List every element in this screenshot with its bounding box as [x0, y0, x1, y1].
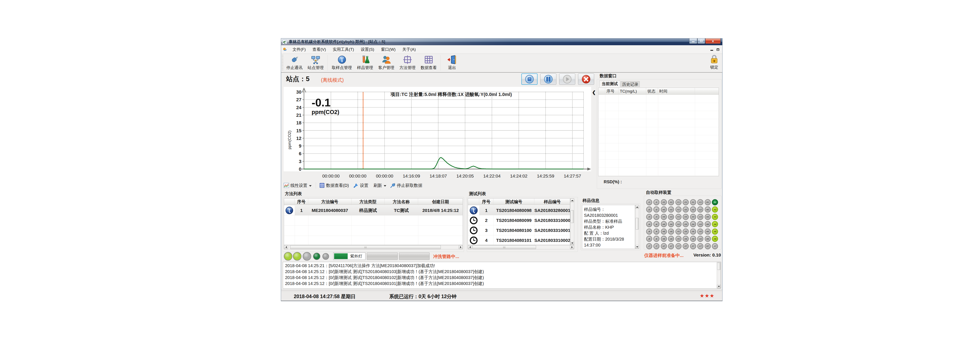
- table-row[interactable]: 1ME201804080037样品测试TC测试2018/4/8 14:25:12: [284, 205, 463, 216]
- column-header[interactable]: 测试编号: [493, 198, 535, 205]
- data-window-column-header[interactable]: 序号: [605, 88, 619, 95]
- restore-button[interactable]: [697, 38, 705, 44]
- pause-button[interactable]: [540, 74, 557, 85]
- autosampler-position-D4[interactable]: D4: [690, 221, 696, 227]
- stop-fetch-button[interactable]: 停止获取数据: [390, 182, 422, 188]
- autosampler-position-F4[interactable]: F4: [675, 221, 681, 227]
- toolbar-button-sampling-point-mgmt[interactable]: i 取样点管理: [329, 54, 355, 70]
- toolbar-button-method-mgmt[interactable]: 方法管理: [397, 54, 418, 70]
- autosampler-position-E2[interactable]: E2: [682, 206, 689, 213]
- data-view-button[interactable]: 数据查看(D): [319, 182, 349, 188]
- toolbar-button-exit[interactable]: 退出: [442, 54, 462, 70]
- table-row[interactable]: 2TS201804080099SA201803310000: [468, 215, 570, 225]
- autosampler-position-A3[interactable]: A3: [712, 214, 718, 220]
- log-area[interactable]: 2018-04-08 14:25:21：[5/02411706]方法操作 方法[…: [283, 262, 721, 289]
- test-list-table[interactable]: 序号测试编号样品编号1TS201804080098SA2018032800012…: [468, 198, 570, 245]
- title-bar[interactable]: 泰林总有机碳分析系统软件[zt(ybyh)-郑州] - [站点：5] x: [281, 38, 722, 45]
- scroll-down-arrow[interactable]: [717, 285, 721, 288]
- scroll-thumb[interactable]: [473, 245, 536, 249]
- table-row[interactable]: 3TS201804080100SA201803310001: [468, 225, 570, 235]
- autosampler-position-C5[interactable]: C5: [697, 229, 703, 235]
- scroll-right-arrow[interactable]: [458, 245, 463, 249]
- autosampler-position-E5[interactable]: E5: [682, 229, 689, 235]
- autosampler-position-I1[interactable]: I1: [653, 199, 660, 205]
- autosampler-position-F1[interactable]: F1: [675, 199, 681, 205]
- autosampler-position-B5[interactable]: B5: [705, 229, 711, 235]
- autosampler-position-I5[interactable]: I5: [653, 229, 660, 235]
- scroll-thumb[interactable]: [717, 263, 721, 270]
- column-header[interactable]: 序号: [479, 198, 493, 205]
- log-vscrollbar[interactable]: [717, 262, 721, 288]
- autosampler-position-G6[interactable]: G6: [668, 236, 674, 242]
- scroll-left-arrow[interactable]: [468, 245, 472, 249]
- autosampler-position-G4[interactable]: G4: [668, 221, 674, 227]
- autosampler-position-D2[interactable]: D2: [690, 206, 696, 213]
- scroll-track[interactable]: [472, 245, 570, 249]
- cancel-button[interactable]: [578, 74, 594, 85]
- stop-button[interactable]: [522, 74, 538, 85]
- play-button[interactable]: [559, 74, 575, 85]
- autosampler-position-A7[interactable]: A7: [712, 243, 718, 249]
- autosampler-position-G2[interactable]: G2: [668, 206, 674, 213]
- autosampler-position-A5[interactable]: A5: [712, 229, 718, 235]
- data-window-column-header[interactable]: TC(mg/L): [619, 88, 646, 95]
- scroll-right-arrow[interactable]: [570, 245, 574, 249]
- column-header[interactable]: 方法编号: [308, 198, 352, 205]
- autosampler-position-B1[interactable]: B1: [705, 199, 711, 205]
- scroll-up-arrow[interactable]: [635, 205, 639, 209]
- autosampler-position-F2[interactable]: F2: [675, 206, 681, 213]
- chart-area[interactable]: 03691215182124273000:00:0000:00:0000:00:…: [283, 87, 591, 180]
- autosampler-position-A6[interactable]: A6: [712, 236, 718, 242]
- autosampler-position-H1[interactable]: H1: [661, 199, 667, 205]
- autosampler-position-C1[interactable]: C1: [697, 199, 703, 205]
- autosampler-position-G3[interactable]: G3: [668, 214, 674, 220]
- autosampler-position-D1[interactable]: D1: [690, 199, 696, 205]
- menu-about[interactable]: 关于(A): [399, 45, 419, 53]
- autosampler-position-F7[interactable]: F7: [675, 243, 681, 249]
- autosampler-position-G5[interactable]: G5: [668, 229, 674, 235]
- autosampler-position-C3[interactable]: C3: [697, 214, 703, 220]
- autosampler-position-H4[interactable]: H4: [661, 221, 667, 227]
- method-list-table[interactable]: 序号方法编号方法类型方法名称创建日期1ME201804080037样品测试TC测…: [284, 198, 463, 245]
- table-row[interactable]: 4TS201804080101SA201803310002: [468, 235, 570, 245]
- close-button[interactable]: x: [705, 38, 721, 44]
- autosampler-position-C6[interactable]: C6: [697, 236, 703, 242]
- autosampler-position-E6[interactable]: E6: [682, 236, 689, 242]
- toolbar-button-data-view[interactable]: 数据查看: [418, 54, 439, 70]
- mdi-restore-icon[interactable]: [716, 48, 719, 51]
- menu-file[interactable]: 文件(F): [289, 45, 309, 53]
- toolbar-button-stop-comms[interactable]: 停止通讯: [284, 54, 305, 70]
- autosampler-position-D5[interactable]: D5: [690, 229, 696, 235]
- autosampler-position-C4[interactable]: C4: [697, 221, 703, 227]
- autosampler-position-E1[interactable]: E1: [682, 199, 689, 205]
- linear-settings-button[interactable]: 线性设置: [283, 182, 313, 188]
- toolbar-button-customer-mgmt[interactable]: 客户管理: [375, 54, 397, 70]
- scroll-thumb[interactable]: [571, 210, 574, 223]
- scroll-down-arrow[interactable]: [635, 245, 639, 249]
- autosampler-position-C7[interactable]: C7: [697, 243, 703, 249]
- collapse-panel-arrow[interactable]: ❮: [592, 90, 596, 94]
- menu-window[interactable]: 窗口(W): [377, 45, 399, 53]
- test-list-vscrollbar[interactable]: [570, 198, 574, 245]
- autosampler-position-J3[interactable]: J3: [646, 214, 652, 220]
- minimize-button[interactable]: [689, 38, 697, 44]
- method-list-hscrollbar[interactable]: [284, 245, 463, 249]
- autosampler-position-A2[interactable]: A2: [712, 206, 718, 213]
- autosampler-position-D6[interactable]: D6: [690, 236, 696, 242]
- autosampler-position-I2[interactable]: I2: [653, 206, 660, 213]
- autosampler-position-G7[interactable]: G7: [668, 243, 674, 249]
- toolbar-button-lock[interactable]: 锁定: [710, 54, 719, 70]
- autosampler-position-H5[interactable]: H5: [661, 229, 667, 235]
- autosampler-position-B6[interactable]: B6: [705, 236, 711, 242]
- scroll-down-arrow[interactable]: [570, 241, 574, 245]
- autosampler-position-B4[interactable]: B4: [705, 221, 711, 227]
- autosampler-position-J4[interactable]: J4: [646, 221, 652, 227]
- autosampler-position-E7[interactable]: E7: [682, 243, 689, 249]
- column-header[interactable]: 方法类型: [352, 198, 385, 205]
- autosampler-position-H7[interactable]: H7: [661, 243, 667, 249]
- toolbar-button-sample-mgmt[interactable]: 样品管理: [355, 54, 375, 70]
- toolbar-button-site-mgmt[interactable]: 站点管理: [305, 54, 326, 70]
- menu-settings[interactable]: 设置(S): [358, 45, 377, 53]
- menu-view[interactable]: 查看(V): [309, 45, 329, 53]
- autosampler-position-C2[interactable]: C2: [697, 206, 703, 213]
